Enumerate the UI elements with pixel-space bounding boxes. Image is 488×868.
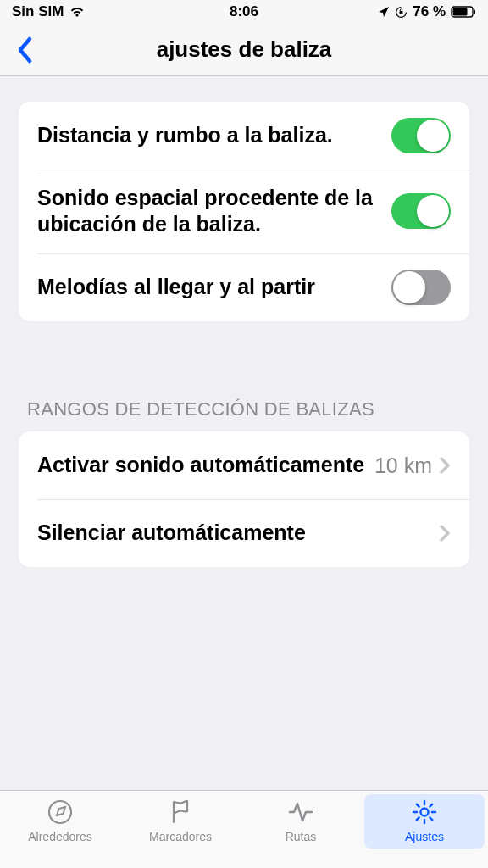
tab-surroundings[interactable]: Alrededores xyxy=(0,798,120,843)
svg-rect-0 xyxy=(400,11,403,14)
page-title: ajustes de baliza xyxy=(157,36,332,63)
svg-rect-2 xyxy=(453,8,468,16)
orientation-lock-icon xyxy=(395,6,408,19)
chevron-right-icon xyxy=(439,524,451,542)
toggle-melodies[interactable] xyxy=(391,270,451,305)
tab-label: Ajustes xyxy=(405,830,444,843)
location-icon xyxy=(378,6,390,18)
section-header-ranges: RANGOS DE DETECCIÓN DE BALIZAS xyxy=(27,398,461,422)
group-ranges: Activar sonido automáticamente 10 km Sil… xyxy=(19,431,469,567)
tab-label: Marcadores xyxy=(149,830,212,843)
row-label: Silenciar automáticamente xyxy=(37,520,432,546)
status-left: Sin SIM xyxy=(12,3,86,20)
tab-markers[interactable]: Marcadores xyxy=(120,798,241,843)
back-button[interactable] xyxy=(7,31,44,69)
content-scroll[interactable]: Distancia y rumbo a la baliza. Sonido es… xyxy=(0,76,488,790)
section-toggles: Distancia y rumbo a la baliza. Sonido es… xyxy=(19,102,469,321)
row-label: Sonido espacial procedente de la ubicaci… xyxy=(37,185,391,238)
toggle-spatial-sound[interactable] xyxy=(391,193,451,229)
tab-settings[interactable]: Ajustes xyxy=(364,794,485,849)
tab-label: Alrededores xyxy=(28,830,92,843)
svg-point-4 xyxy=(49,801,71,823)
compass-icon xyxy=(47,798,74,826)
row-auto-mute[interactable]: Silenciar automáticamente xyxy=(19,499,469,567)
spacer xyxy=(0,321,488,372)
section-ranges: RANGOS DE DETECCIÓN DE BALIZAS Activar s… xyxy=(19,398,469,568)
row-label: Distancia y rumbo a la baliza. xyxy=(37,122,391,148)
switch-knob xyxy=(417,120,449,152)
row-auto-activate-sound[interactable]: Activar sonido automáticamente 10 km xyxy=(19,431,469,499)
activity-icon xyxy=(287,798,314,826)
switch-knob xyxy=(417,195,449,227)
row-spatial-sound: Sonido espacial procedente de la ubicaci… xyxy=(19,170,469,253)
wifi-icon xyxy=(69,6,86,18)
row-label: Activar sonido automáticamente xyxy=(37,452,374,478)
flag-icon xyxy=(167,798,194,826)
tab-routes[interactable]: Rutas xyxy=(241,798,361,843)
nav-header: ajustes de baliza xyxy=(0,24,488,76)
status-time: 8:06 xyxy=(230,3,258,20)
svg-point-5 xyxy=(421,809,429,816)
tab-bar: Alrededores Marcadores Rutas Ajustes xyxy=(0,790,488,868)
svg-rect-3 xyxy=(474,10,475,14)
row-value: 10 km xyxy=(374,453,432,478)
row-distance-bearing: Distancia y rumbo a la baliza. xyxy=(19,102,469,170)
row-label: Melodías al llegar y al partir xyxy=(37,274,391,300)
chevron-right-icon xyxy=(439,456,451,475)
toggle-distance-bearing[interactable] xyxy=(391,118,451,153)
carrier-text: Sin SIM xyxy=(12,3,64,20)
row-melodies: Melodías al llegar y al partir xyxy=(19,253,469,321)
switch-knob xyxy=(393,271,425,303)
battery-text: 76 % xyxy=(413,3,446,20)
battery-icon xyxy=(451,6,476,18)
chevron-left-icon xyxy=(16,36,35,64)
gear-icon xyxy=(411,798,438,826)
status-bar: Sin SIM 8:06 76 % xyxy=(0,0,488,24)
tab-label: Rutas xyxy=(286,830,317,843)
status-right: 76 % xyxy=(378,3,476,20)
group-toggles: Distancia y rumbo a la baliza. Sonido es… xyxy=(19,102,469,321)
